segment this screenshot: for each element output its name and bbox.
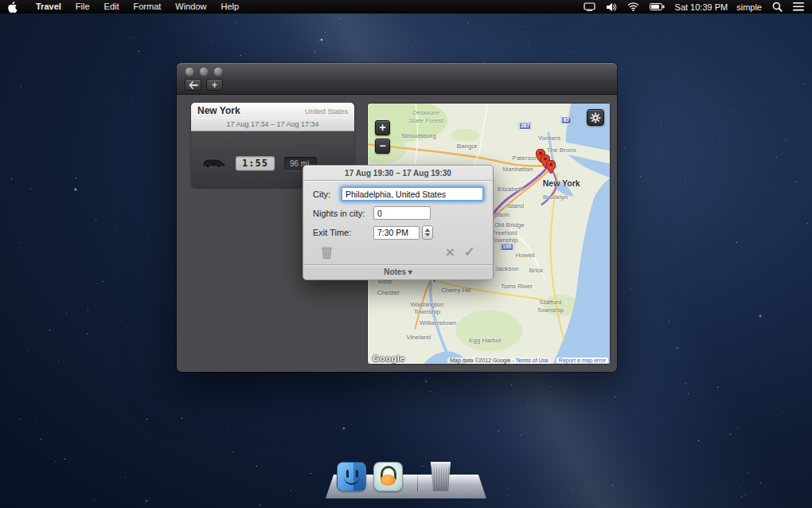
wifi-icon[interactable] [627,2,639,11]
menu-bar-clock[interactable]: Sat 10:39 PM [675,2,728,12]
nights-field-label: Nights in city: [313,209,373,218]
spotlight-search-icon[interactable] [772,2,783,12]
apple-menu-icon[interactable] [8,2,19,13]
menu-list: TravelFileEditFormatWindowHelp [29,0,246,14]
popover-date-range: 17 Aug 19:30 – 17 Aug 19:30 [303,166,493,181]
city-popover: 17 Aug 19:30 – 17 Aug 19:30 City: Nights… [303,165,494,280]
finder-icon[interactable] [337,462,366,491]
minimize-window-button[interactable] [200,68,208,76]
city-field-label: City: [313,190,342,199]
trip-city: New York [197,105,240,116]
car-icon [201,156,226,171]
close-window-button[interactable] [185,68,193,76]
trash-icon [321,245,333,260]
zoom-out-button[interactable]: − [375,139,390,154]
window-toolbar: + [185,79,223,91]
popover-actions: × ✓ [313,245,483,263]
notes-label: Notes [384,268,406,276]
trip-date-range: 17 Aug 17:34 – 17 Aug 17:34 [191,118,354,131]
music-app-icon[interactable] [373,462,403,491]
menu-edit[interactable]: Edit [97,2,127,11]
window-titlebar[interactable]: + [177,63,617,95]
battery-icon[interactable] [650,3,665,10]
screen: TravelFileEditFormatWindowHelp Sat 10:39… [0,0,812,508]
map-data-attribution: Map data ©2012 Google - Terms of Use [447,358,551,363]
menu-file[interactable]: File [68,2,97,11]
exit-time-stepper[interactable] [422,225,433,240]
map-zoom-controls: + − [375,120,390,154]
map-settings-button[interactable] [587,109,604,126]
menu-bar-status: Sat 10:39 PM simple [584,2,804,12]
dock-divider [417,463,418,491]
display-icon[interactable] [584,2,595,11]
menu-window[interactable]: Window [168,2,213,11]
exit-time-input[interactable] [373,226,420,240]
gear-icon [590,112,601,123]
desktop: + New York United States 17 Aug 17:34 – … [0,14,812,508]
back-button[interactable] [185,79,201,91]
menu-bar: TravelFileEditFormatWindowHelp Sat 10:39… [0,0,812,14]
add-stop-button[interactable]: + [206,79,223,91]
user-menu[interactable]: simple [736,2,762,12]
nights-input[interactable] [373,206,431,220]
delete-stop-button[interactable] [321,245,333,260]
notes-toggle[interactable]: Notes ▾ [303,264,493,279]
google-logo[interactable]: Google [373,354,405,363]
traffic-lights [185,68,222,76]
popover-body: City: Nights in city: Exit Time: [303,181,493,264]
menu-format[interactable]: Format [127,2,169,11]
city-input[interactable] [342,187,483,201]
zoom-window-button[interactable] [214,68,222,76]
cancel-icon[interactable]: × [446,246,455,259]
trash-icon[interactable] [429,462,452,491]
menu-travel[interactable]: Travel [29,2,68,11]
travel-window: + New York United States 17 Aug 17:34 – … [177,63,617,372]
menu-help[interactable]: Help [213,2,246,11]
attribution-text: Map data ©2012 Google - [450,358,514,363]
exit-time-field-label: Exit Time: [313,228,373,237]
notification-center-icon[interactable] [793,2,804,11]
chevron-down-icon: ▾ [408,268,412,276]
map-attribution: Google Map data ©2012 Google - Terms of … [368,354,610,364]
terms-of-use-link[interactable]: Terms of Use [516,358,548,363]
drive-duration: 1:55 [236,156,275,170]
back-arrow-icon [189,81,198,89]
report-map-error-link[interactable]: Report a map error [556,358,608,363]
dock-icons [337,462,478,491]
dock [326,454,486,498]
trip-country: United States [305,107,348,115]
trip-card-header: New York United States [191,103,354,118]
confirm-icon[interactable]: ✓ [464,246,475,259]
map-pin[interactable] [546,160,556,177]
zoom-in-button[interactable]: + [375,120,390,135]
volume-icon[interactable] [606,2,617,12]
